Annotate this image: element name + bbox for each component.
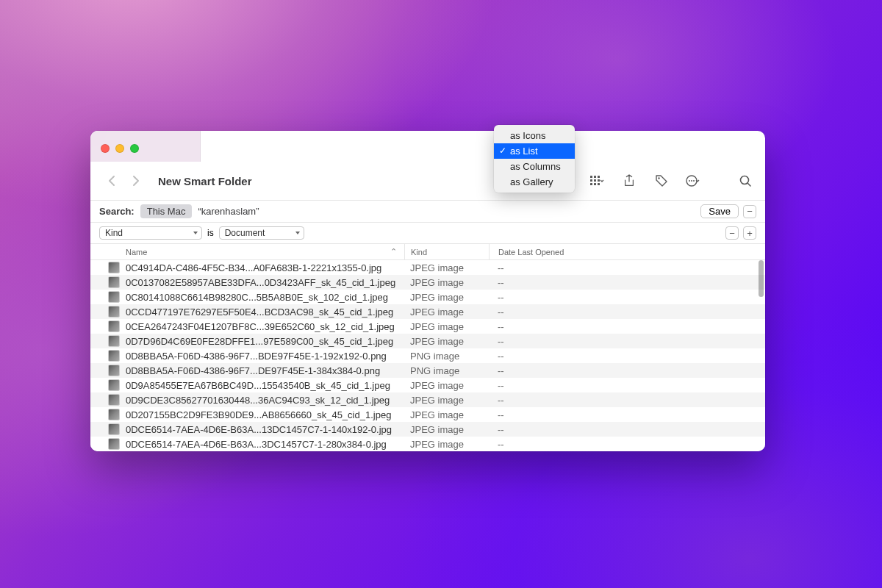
file-row[interactable]: 0CEA2647243F04E1207BF8C...39E652C60_sk_1… [90,319,765,334]
window-title: New Smart Folder [158,175,252,187]
file-name: 0C4914DA-C486-4F5C-B34...A0FA683B-1-2221… [126,262,381,273]
file-name: 0D8BBA5A-F06D-4386-96F7...BDE97F45E-1-19… [126,351,387,362]
share-button[interactable] [621,173,637,189]
file-date: -- [489,351,765,362]
zoom-button[interactable] [130,144,139,153]
file-row[interactable]: 0D8BBA5A-F06D-4386-96F7...DE97F45E-1-384… [90,363,765,378]
minimize-button[interactable] [115,144,124,153]
file-date: -- [489,380,765,391]
svg-rect-6 [590,179,592,182]
search-label: Search: [99,206,135,217]
svg-rect-10 [594,183,596,185]
remove-scope-button[interactable]: − [743,205,756,218]
file-name: 0C0137082E58957ABE33DFA...0D3423AFF_sk_4… [126,277,395,288]
close-button[interactable] [101,144,110,153]
view-menu-item[interactable]: as Gallery [494,174,575,190]
view-menu-item[interactable]: as Columns [494,159,575,174]
file-date: -- [489,336,765,347]
svg-point-14 [689,180,690,182]
file-row[interactable]: 0D207155BC2D9FE3B90DE9...AB8656660_sk_45… [90,407,765,422]
scope-this-mac[interactable]: This Mac [140,204,193,218]
list-scrollbar[interactable] [759,260,764,297]
file-name: 0CEA2647243F04E1207BF8C...39E652C60_sk_1… [126,321,395,332]
file-row[interactable]: 0D9CDE3C85627701630448...36AC94C93_sk_12… [90,392,765,407]
file-date: -- [489,292,765,303]
file-row[interactable]: 0DCE6514-7AEA-4D6E-B63A...3DC1457C7-1-28… [90,437,765,451]
file-row[interactable]: 0C80141088C6614B98280C...5B5A8B0E_sk_102… [90,290,765,304]
file-kind: JPEG image [404,409,489,420]
file-name: 0D9A85455E7EA67B6BC49D...15543540B_sk_45… [126,380,390,391]
toolbar: New Smart Folder [90,162,765,200]
file-thumbnail-icon [108,350,120,362]
file-date: -- [489,439,765,450]
action-button[interactable] [686,174,700,187]
finder-window: iCloudiCloud DriveDocumentsDesktopShared… [90,131,765,451]
file-thumbnail-icon [108,394,120,406]
criteria-value-select[interactable]: Document [219,226,304,240]
view-menu-popup: as Iconsas Listas Columnsas Gallery [494,125,575,193]
view-menu-item[interactable]: as List [494,143,575,159]
file-kind: JPEG image [404,380,489,391]
scope-user-folder[interactable]: “karenhaslam” [198,206,259,217]
window-controls [90,131,200,157]
sort-caret-icon: ⌃ [390,247,397,257]
file-kind: JPEG image [404,262,489,273]
svg-rect-5 [598,176,600,178]
file-thumbnail-icon [108,409,120,420]
file-row[interactable]: 0D9A85455E7EA67B6BC49D...15543540B_sk_45… [90,378,765,392]
add-criteria-button[interactable]: + [743,226,756,240]
file-list[interactable]: 0C4914DA-C486-4F5C-B34...A0FA683B-1-2221… [90,260,765,451]
column-date-header[interactable]: Date Last Opened [489,244,765,259]
column-headers: Name ⌃ Kind Date Last Opened [90,244,765,260]
file-date: -- [489,262,765,273]
file-row[interactable]: 0D7D96D4C69E0FE28DFFE1...97E589C00_sk_45… [90,334,765,348]
file-row[interactable]: 0C4914DA-C486-4F5C-B34...A0FA683B-1-2221… [90,260,765,275]
file-kind: JPEG image [404,336,489,347]
criteria-attribute-select[interactable]: Kind [99,226,202,240]
file-name: 0D207155BC2D9FE3B90DE9...AB8656660_sk_45… [126,409,391,420]
search-button[interactable] [737,173,753,189]
file-name: 0D7D96D4C69E0FE28DFFE1...97E589C00_sk_45… [126,336,393,347]
file-kind: PNG image [404,365,489,376]
file-thumbnail-icon [108,291,120,303]
svg-rect-7 [594,179,596,182]
criteria-operator: is [207,228,214,238]
file-kind: JPEG image [404,277,489,288]
file-thumbnail-icon [108,438,120,450]
file-kind: PNG image [404,351,489,362]
back-button[interactable] [102,172,120,190]
file-kind: JPEG image [404,395,489,406]
file-kind: JPEG image [404,292,489,303]
file-thumbnail-icon [108,276,120,288]
file-name: 0D9CDE3C85627701630448...36AC94C93_sk_12… [126,395,390,406]
svg-rect-8 [598,179,600,182]
remove-criteria-button[interactable]: − [725,226,739,240]
file-name: 0DCE6514-7AEA-4D6E-B63A...13DC1457C7-1-1… [126,424,392,435]
column-name-header[interactable]: Name ⌃ [90,248,404,257]
svg-point-12 [658,177,659,179]
svg-point-16 [693,180,695,182]
file-date: -- [489,395,765,406]
tags-button[interactable] [653,173,670,189]
column-kind-header[interactable]: Kind [404,244,489,259]
file-row[interactable]: 0DCE6514-7AEA-4D6E-B63A...13DC1457C7-1-1… [90,422,765,437]
file-row[interactable]: 0D8BBA5A-F06D-4386-96F7...BDE97F45E-1-19… [90,348,765,363]
svg-rect-3 [590,176,592,178]
file-thumbnail-icon [108,320,120,332]
file-kind: JPEG image [404,321,489,332]
file-date: -- [489,277,765,288]
criteria-row: Kind is Document − + [90,222,765,244]
svg-point-15 [691,180,692,182]
file-row[interactable]: 0C0137082E58957ABE33DFA...0D3423AFF_sk_4… [90,275,765,290]
file-thumbnail-icon [108,335,120,347]
file-date: -- [489,409,765,420]
sidebar: iCloudiCloud DriveDocumentsDesktopShared… [90,131,201,162]
save-search-button[interactable]: Save [700,204,739,218]
main-pane: New Smart Folder Search: [90,162,765,451]
group-by-button[interactable] [590,176,605,186]
file-name: 0DCE6514-7AEA-4D6E-B63A...3DC1457C7-1-28… [126,439,387,450]
file-row[interactable]: 0CCD477197E76297E5F50E4...BCD3AC98_sk_45… [90,304,765,319]
file-date: -- [489,306,765,318]
forward-button[interactable] [127,172,145,190]
view-menu-item[interactable]: as Icons [494,128,575,143]
